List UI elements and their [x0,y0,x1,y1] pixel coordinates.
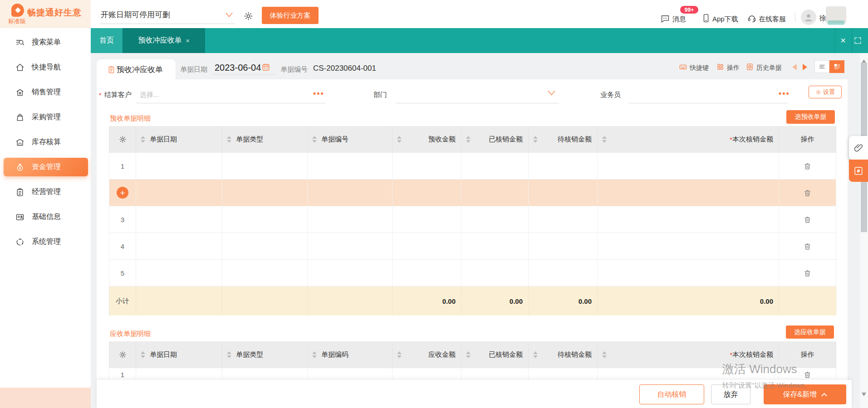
select-receivable-button[interactable]: 选应收单据 [786,325,834,339]
document-tab[interactable]: 预收冲应收单 [97,59,176,79]
customer-label: 结算客户 [104,91,132,99]
sidebar-item-系统管理[interactable]: 系统管理 [0,229,91,254]
column-header[interactable]: *本次核销金额 [598,341,779,368]
delete-row-icon[interactable] [804,371,811,379]
column-header[interactable]: 单据类型 [222,341,308,368]
period-select[interactable]: 开账日期可停用可删 [101,10,170,20]
customer-input[interactable]: 选择... [140,91,159,99]
sidebar-item-资金管理[interactable]: 资金管理 [0,155,91,180]
fullscreen-icon[interactable] [854,37,862,44]
card-view-button[interactable] [829,60,844,73]
avatar[interactable] [801,10,816,25]
online-support-label[interactable]: 在线客服 [759,15,786,24]
column-header[interactable]: 单据编码 [308,341,392,368]
history-doc-icon[interactable] [746,63,754,71]
delete-row-icon[interactable] [804,243,811,250]
divider [852,28,852,53]
column-header: 操作 [779,126,836,153]
tab-active[interactable]: 预收冲应收单 × [123,28,205,53]
salesman-more-icon[interactable]: ••• [779,89,790,98]
scroll-down-icon[interactable] [862,393,866,398]
clipboard-icon [108,66,115,73]
message-icon[interactable] [661,14,670,23]
keyboard-icon[interactable] [679,63,687,71]
column-settings[interactable] [109,126,136,153]
column-header[interactable]: 单据类型 [222,126,308,153]
table-header-row: 单据日期单据类型单据编号预收金额已核销金额待核销金额*本次核销金额操作 [109,126,836,153]
dept-chevron-icon[interactable] [547,90,556,97]
required-star: * [99,91,102,99]
column-header[interactable]: 应收金额 [392,341,461,368]
sidebar-item-采购管理[interactable]: 采购管理 [0,105,91,130]
sidebar-item-label: 搜索菜单 [32,38,61,47]
add-row-button[interactable]: + [117,187,128,199]
document-tab-label: 预收冲应收单 [117,64,163,75]
sidebar-item-快捷导航[interactable]: 快捷导航 [0,55,91,80]
column-header: 操作 [779,341,836,368]
delete-row-icon[interactable] [804,162,811,170]
prev-arrow-icon[interactable] [792,64,797,70]
column-header[interactable]: 待核销金额 [529,126,598,153]
column-header[interactable]: 待核销金额 [529,341,598,368]
select-prepaid-button[interactable]: 选预收单据 [786,110,835,124]
expand-button[interactable] [849,160,868,182]
sidebar-item-销售管理[interactable]: 销售管理 [0,80,91,105]
subtotal-row: 小计0.000.000.000.00 [109,287,836,316]
column-header[interactable]: *本次核销金额 [598,126,779,153]
sidebar-item-label: 销售管理 [32,87,61,97]
headset-icon[interactable] [747,14,756,23]
column-header[interactable]: 单据日期 [136,126,222,153]
sidebar-item-基础信息[interactable]: 基础信息 [0,204,91,229]
list-view-button[interactable] [814,60,829,73]
chevron-down-icon[interactable] [225,12,233,18]
history-label[interactable]: 历史单据 [756,64,782,72]
discard-button[interactable]: 放弃 [711,384,750,404]
next-arrow-icon[interactable] [803,64,807,70]
settings-button[interactable]: 设置 [809,86,842,98]
operations-label[interactable]: 操作 [727,64,740,72]
close-tab-icon[interactable]: × [186,37,189,44]
messages-label[interactable]: 消息 [672,15,686,24]
grid-icon[interactable] [716,63,724,71]
shortcut-label[interactable]: 快捷键 [690,64,709,72]
inventory-icon [15,138,25,147]
receivable-table: 单据日期单据类型单据编码应收金额已核销金额待核销金额*本次核销金额操作1 [109,341,836,380]
calendar-icon[interactable] [262,63,270,71]
section2-title: 应收单据明细 [110,330,151,338]
divider [795,12,795,22]
delete-row-icon[interactable] [804,189,811,197]
customer-more-icon[interactable]: ••• [313,89,324,98]
auto-writeoff-button[interactable]: 自动核销 [639,384,704,404]
divider [835,28,835,53]
column-settings[interactable] [109,341,136,368]
tab-active-label: 预收冲应收单 [138,36,181,45]
delete-row-icon[interactable] [804,269,811,277]
phone-icon[interactable] [701,14,711,23]
sidebar-item-库存核算[interactable]: 库存核算 [0,130,91,155]
column-header[interactable]: 已核销金额 [461,341,529,368]
gear-icon[interactable] [244,11,253,21]
period-underline [100,24,235,24]
quick-nav-icon [15,63,25,72]
sidebar-item-搜索菜单[interactable]: 搜索菜单 [0,30,91,55]
app-download-label[interactable]: App下载 [712,15,738,24]
column-header[interactable]: 预收金额 [392,126,461,153]
gear-icon [815,89,821,95]
column-header[interactable]: 单据日期 [136,341,222,368]
column-header[interactable]: 单据编号 [308,126,392,153]
column-header[interactable]: 已核销金额 [461,126,529,153]
attachment-button[interactable] [849,136,868,160]
save-and-new-button[interactable]: 保存&新增 [764,384,846,404]
sidebar-item-经营管理[interactable]: 经营管理 [0,180,91,204]
message-count-badge: 99+ [679,5,699,15]
dept-label: 部门 [373,91,387,99]
industry-plan-button[interactable]: 体验行业方案 [262,7,319,24]
tab-home[interactable]: 首页 [91,28,123,53]
delete-row-icon[interactable] [804,216,811,223]
sidebar-item-label: 资金管理 [32,162,61,172]
close-icon[interactable]: × [839,36,848,45]
date-value[interactable]: 2023-06-04 [215,63,261,73]
sidebar-item-label: 库存核算 [32,137,61,147]
top-bar: 开账日期可停用可删 体验行业方案 消息 99+ App下载 在线客服 徐 [91,0,868,28]
basic-info-icon [15,213,25,222]
